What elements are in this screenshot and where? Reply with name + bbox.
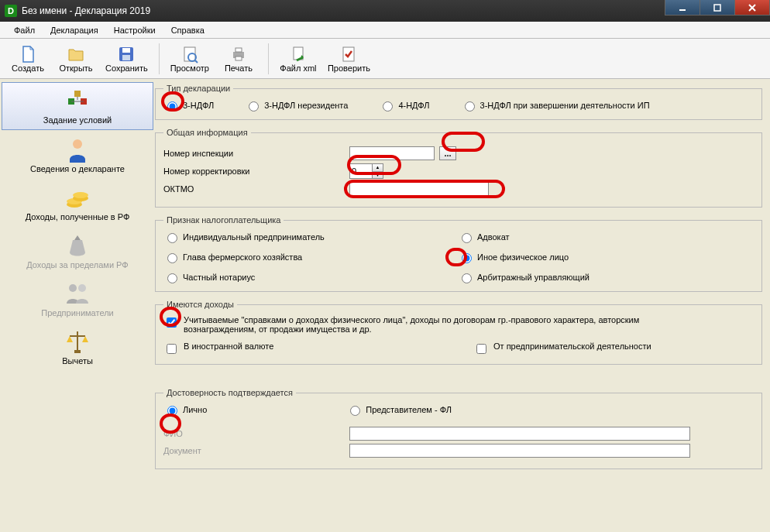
svg-point-19 bbox=[73, 192, 88, 198]
money-bag-icon bbox=[64, 232, 91, 260]
fieldset-trust: Достоверность подтверждается Лично Предс… bbox=[155, 388, 762, 469]
create-button[interactable]: Создать bbox=[5, 40, 51, 77]
radio-representative[interactable]: Представителем - ФЛ bbox=[346, 403, 452, 416]
radio-label: Иное физическое лицо bbox=[477, 252, 569, 262]
open-button[interactable]: Открыть bbox=[53, 40, 99, 77]
radio-notary[interactable]: Частный нотариус bbox=[163, 271, 458, 283]
radio-input[interactable] bbox=[462, 253, 472, 263]
radio-personally[interactable]: Лично bbox=[163, 403, 207, 416]
svg-rect-9 bbox=[235, 57, 242, 60]
radio-input[interactable] bbox=[350, 406, 360, 416]
radio-input[interactable] bbox=[167, 253, 177, 263]
svg-rect-22 bbox=[74, 350, 81, 353]
radio-advokat[interactable]: Адвокат bbox=[458, 231, 754, 243]
sidebar-item-income-rf[interactable]: Доходы, полученные в РФ bbox=[2, 180, 153, 226]
radio-3ndfl[interactable]: 3-НДФЛ bbox=[163, 99, 214, 112]
toolbar-separator bbox=[159, 43, 160, 74]
fio-input bbox=[349, 427, 690, 441]
radio-label: Частный нотариус bbox=[183, 273, 255, 282]
radio-input[interactable] bbox=[249, 101, 259, 112]
radio-farmer[interactable]: Глава фермерского хозяйства bbox=[163, 251, 458, 263]
label-inspection: Номер инспекции bbox=[163, 149, 349, 158]
minimize-button[interactable] bbox=[665, 0, 700, 15]
radio-label: 3-НДФЛ нерезидента bbox=[264, 101, 348, 110]
legend-income: Имеются доходы bbox=[163, 300, 237, 309]
checkbox-spravki[interactable] bbox=[167, 317, 177, 328]
folder-open-icon bbox=[67, 45, 85, 63]
checkbox-input[interactable] bbox=[476, 344, 486, 354]
correction-spinner[interactable]: ▲ ▼ bbox=[349, 163, 383, 179]
business-people-icon bbox=[64, 280, 91, 308]
inspection-browse-button[interactable]: ... bbox=[439, 146, 456, 160]
label-document: Документ bbox=[163, 446, 349, 455]
sidebar-label: Сведения о декларанте bbox=[30, 164, 125, 173]
radio-input[interactable] bbox=[167, 233, 177, 243]
radio-label: 3-НДФЛ при завершении деятельности ИП bbox=[480, 101, 650, 110]
toolbar-label: Открыть bbox=[59, 63, 92, 73]
menubar: Файл Декларация Настройки Справка bbox=[0, 22, 770, 39]
sidebar-item-conditions[interactable]: Задание условий bbox=[2, 82, 153, 130]
spin-down-icon[interactable]: ▼ bbox=[372, 172, 383, 179]
toolbar-label: Проверить bbox=[328, 63, 370, 73]
menu-settings[interactable]: Настройки bbox=[106, 24, 163, 36]
spin-up-icon[interactable]: ▲ bbox=[372, 164, 383, 172]
check-button[interactable]: Проверить bbox=[323, 40, 375, 77]
radio-input[interactable] bbox=[167, 273, 177, 283]
oktmo-input[interactable] bbox=[349, 182, 489, 196]
maximize-button[interactable] bbox=[700, 0, 735, 15]
legend-taxpayer: Признак налогоплательщика bbox=[163, 215, 284, 225]
window-title: Без имени - Декларация 2019 bbox=[22, 5, 150, 16]
checkbox-entrepreneur-activity[interactable]: От предпринимательской деятельности bbox=[473, 342, 754, 356]
svg-rect-4 bbox=[122, 55, 130, 60]
save-icon bbox=[117, 45, 136, 63]
preview-button[interactable]: Просмотр bbox=[166, 40, 214, 77]
app-icon: D bbox=[5, 5, 17, 17]
radio-input[interactable] bbox=[465, 101, 475, 112]
svg-point-20 bbox=[69, 284, 77, 292]
menu-declaration[interactable]: Декларация bbox=[43, 24, 106, 36]
menu-file[interactable]: Файл bbox=[6, 24, 43, 36]
sidebar-item-entrepreneurs[interactable]: Предприниматели bbox=[2, 276, 153, 322]
fieldset-decl-type: Тип декларации 3-НДФЛ 3-НДФЛ нерезидента… bbox=[155, 84, 762, 120]
close-button[interactable] bbox=[734, 0, 770, 15]
fieldset-taxpayer: Признак налогоплательщика Индивидуальный… bbox=[155, 215, 762, 292]
toolbar: Создать Открыть Сохранить Просмотр Печат… bbox=[0, 39, 770, 79]
radio-other-person[interactable]: Иное физическое лицо bbox=[458, 251, 754, 263]
checkbox-foreign-currency[interactable]: В иностранной валюте bbox=[163, 342, 473, 356]
toolbar-label: Просмотр bbox=[170, 63, 209, 73]
sidebar-label: Предприниматели bbox=[41, 308, 113, 317]
radio-input[interactable] bbox=[167, 406, 177, 416]
radio-4ndfl[interactable]: 4-НДФЛ bbox=[379, 99, 429, 112]
radio-arbitr[interactable]: Арбитражный управляющий bbox=[458, 271, 754, 283]
radio-input[interactable] bbox=[462, 233, 472, 243]
save-button[interactable]: Сохранить bbox=[101, 40, 153, 77]
svg-point-15 bbox=[73, 139, 82, 149]
sidebar-item-declarant[interactable]: Сведения о декларанте bbox=[2, 132, 153, 178]
sidebar-item-deductions[interactable]: Вычеты bbox=[2, 324, 153, 370]
radio-input[interactable] bbox=[167, 101, 177, 112]
checkbox-input[interactable] bbox=[167, 344, 177, 354]
radio-ip[interactable]: Индивидуальный предприниматель bbox=[163, 231, 458, 243]
radio-input[interactable] bbox=[462, 273, 472, 283]
print-icon bbox=[229, 45, 248, 63]
print-button[interactable]: Печать bbox=[215, 40, 262, 77]
radio-3ndfl-nonresident[interactable]: 3-НДФЛ нерезидента bbox=[245, 99, 348, 112]
svg-rect-0 bbox=[679, 9, 686, 11]
radio-input[interactable] bbox=[383, 101, 393, 112]
toolbar-separator bbox=[268, 43, 269, 74]
toolbar-label: Печать bbox=[225, 63, 253, 73]
correction-input[interactable] bbox=[350, 164, 372, 178]
fieldset-general: Общая информация Номер инспекции ... Ном… bbox=[155, 128, 762, 208]
sidebar-item-income-abroad[interactable]: Доходы за пределами РФ bbox=[2, 228, 153, 274]
radio-label: Лично bbox=[183, 405, 207, 414]
radio-3ndfl-ip-end[interactable]: 3-НДФЛ при завершении деятельности ИП bbox=[461, 99, 650, 112]
menu-help[interactable]: Справка bbox=[163, 24, 212, 36]
sidebar-label: Задание условий bbox=[43, 115, 112, 125]
filexml-button[interactable]: Файл xml bbox=[275, 40, 321, 77]
sidebar-label: Доходы, полученные в РФ bbox=[26, 212, 130, 221]
inspection-input[interactable] bbox=[349, 146, 435, 160]
label-correction: Номер корректировки bbox=[163, 166, 349, 176]
radio-label: 4-НДФЛ bbox=[398, 101, 429, 110]
label-oktmo: ОКТМО bbox=[163, 184, 349, 194]
titlebar: D Без имени - Декларация 2019 bbox=[0, 0, 770, 22]
